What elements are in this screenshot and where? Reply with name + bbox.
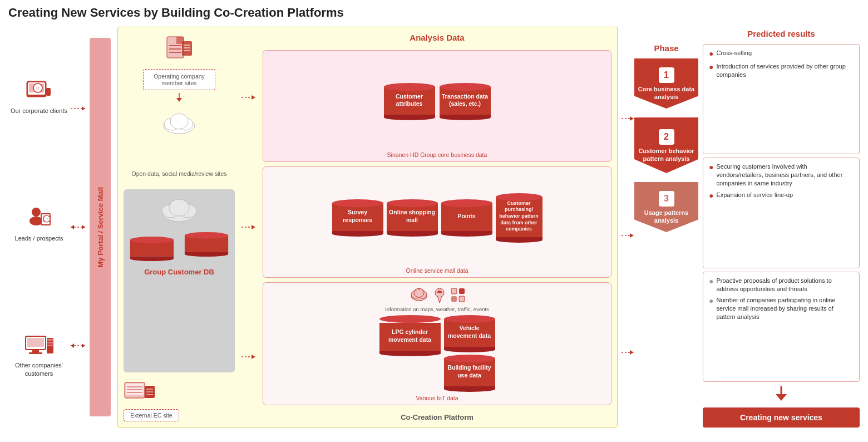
phase-arr-3 xyxy=(621,347,634,358)
analysis-data-area: Analysis Data Customer attributes Tr xyxy=(263,33,611,421)
analysis-data-header: Analysis Data xyxy=(263,33,611,42)
bullet-3-1: ● xyxy=(709,276,713,287)
phase-3: 3 Usage patterns analysis xyxy=(639,182,694,232)
open-data-label: Open data, social media/review sites xyxy=(132,170,227,178)
external-ec-section: External EC site xyxy=(124,381,235,421)
result-2-item-2: ● Expansion of service line-up xyxy=(709,191,854,201)
svg-marker-78 xyxy=(630,116,634,121)
result-2-text-2: Expansion of service line-up xyxy=(716,191,793,199)
phase-column: Phase 1 Core business data analysis 2 Cu… xyxy=(634,27,698,428)
other-label: Other companies' customers xyxy=(8,361,70,377)
open-data-section: Open data, social media/review sites xyxy=(124,110,235,178)
result-1-item-2: ● Introduction of services provided by o… xyxy=(709,62,854,79)
svg-marker-82 xyxy=(630,350,634,355)
maps-label: Information on maps, weather, traffic, e… xyxy=(269,306,605,312)
result-box-1: ● Cross-selling ● Introduction of servic… xyxy=(703,44,860,154)
result-3-item-2: ● Number of companies participating in o… xyxy=(709,296,854,321)
leads-label: Leads / prospects xyxy=(15,234,63,242)
bullet-1-2: ● xyxy=(709,62,713,72)
cloud-icon xyxy=(160,110,199,135)
phase-arr-2 xyxy=(621,230,634,241)
section-2-footer: Online service mall data xyxy=(269,267,605,274)
leads-icon: ☞ xyxy=(22,204,56,232)
bullet-2-1: ● xyxy=(709,162,713,173)
creating-new-services-box: Creating new services xyxy=(703,407,860,428)
result-box-2: ● Securing customers involved with vendo… xyxy=(703,158,860,268)
other-icon xyxy=(22,331,56,359)
svg-point-6 xyxy=(32,208,41,217)
section-1-db-grid: Customer attributes Transaction data (sa… xyxy=(269,55,605,149)
phase-arr-1 xyxy=(621,113,634,124)
result-3-item-1: ● Proactive proposals of product solutio… xyxy=(709,277,854,293)
result-3-text-2: Number of companies participating in onl… xyxy=(716,296,854,321)
client-arrows xyxy=(70,27,86,428)
phase-3-text: Usage patterns analysis xyxy=(638,209,695,229)
svg-point-44 xyxy=(170,114,188,129)
client-item-other: Other companies' customers xyxy=(8,331,70,377)
svg-rect-50 xyxy=(126,384,144,395)
int-arrow-2 xyxy=(240,222,257,233)
iot-icons-row xyxy=(269,287,605,304)
svg-marker-28 xyxy=(82,343,85,348)
int-arrow-3 xyxy=(240,351,257,362)
svg-point-48 xyxy=(169,199,189,216)
group-db-label: Group Customer DB xyxy=(144,268,214,276)
open-data-text: Open data, social media/review sites xyxy=(132,170,227,177)
svg-rect-35 xyxy=(182,41,192,56)
svg-marker-29 xyxy=(71,343,74,348)
external-ec-label: External EC site xyxy=(130,412,172,419)
cyl-building: Building facility use data xyxy=(444,355,495,392)
svg-marker-59 xyxy=(251,95,255,100)
svg-rect-21 xyxy=(47,345,53,346)
weather-icon xyxy=(409,287,429,304)
external-ec-box: External EC site xyxy=(124,409,179,421)
section-1: Customer attributes Transaction data (sa… xyxy=(263,50,611,162)
svg-rect-19 xyxy=(47,339,53,341)
page-title: Creating New Services by Building Co-Cre… xyxy=(8,6,860,20)
portal-bar: My Portal / Service Mall xyxy=(90,38,111,416)
phase-arrows-col xyxy=(621,27,634,428)
phase-1: 1 Core business data analysis xyxy=(639,58,694,109)
svg-marker-40 xyxy=(176,98,182,102)
section-2: Survey responses Online shopping mall Po xyxy=(263,166,611,278)
section-1-footer: Sinanen HD Group core business data xyxy=(269,151,605,158)
content-row: ☞ Our corporate clients ☞ Leads / prospe… xyxy=(8,27,860,428)
section-3-footer: Various IoT data xyxy=(269,395,605,401)
internal-arrows xyxy=(240,33,257,421)
phase-1-text: Core business data analysis xyxy=(638,85,695,106)
result-box-3: ● Proactive proposals of product solutio… xyxy=(703,272,860,382)
arrow-down-op xyxy=(174,92,185,102)
op-company-box: Operating company member sites xyxy=(143,69,215,90)
yellow-left-panel: Operating company member sites xyxy=(124,33,235,421)
svg-marker-26 xyxy=(71,225,74,229)
bullet-1-1: ● xyxy=(709,48,713,59)
cyl-vehicle: Vehicle movement data xyxy=(444,315,495,352)
co-creation-label: Co-Creation Platform xyxy=(263,413,611,421)
down-arrow-icon xyxy=(773,385,790,402)
main-container: Creating New Services by Building Co-Cre… xyxy=(0,0,868,442)
phase-2: 2 Customer behavior pattern analysis xyxy=(639,117,694,173)
arrow-2 xyxy=(70,222,86,233)
events-icon xyxy=(450,287,466,303)
creating-new-services-label: Creating new services xyxy=(740,413,822,422)
group-db-cloud xyxy=(157,198,201,225)
cyl-points: Points xyxy=(441,199,492,237)
cyl-transaction: Transaction data (sales, etc.) xyxy=(440,83,491,120)
svg-rect-20 xyxy=(47,342,53,343)
yellow-platform-area: Operating company member sites xyxy=(117,27,618,428)
portal-label: My Portal / Service Mall xyxy=(96,187,105,268)
corporate-icon: ☞ xyxy=(22,77,56,105)
cyl-survey: Survey responses xyxy=(332,199,383,237)
cyl-customer-attr: Customer attributes xyxy=(384,83,435,120)
svg-rect-3 xyxy=(46,88,51,96)
cyl-customer-purchasing: Customer purchasing/ behavior pattern da… xyxy=(496,193,542,243)
svg-marker-63 xyxy=(251,355,255,359)
result-2-text-1: Securing customers involved with vendors… xyxy=(716,163,854,188)
portal-column: My Portal / Service Mall xyxy=(88,27,112,428)
result-3-text-1: Proactive proposals of product solutions… xyxy=(716,277,854,293)
db-cyl-1 xyxy=(130,237,174,261)
bullet-3-2: ● xyxy=(709,296,713,306)
arrow-3 xyxy=(70,340,86,351)
svg-rect-74 xyxy=(459,288,465,294)
svg-text:☞: ☞ xyxy=(45,217,49,222)
